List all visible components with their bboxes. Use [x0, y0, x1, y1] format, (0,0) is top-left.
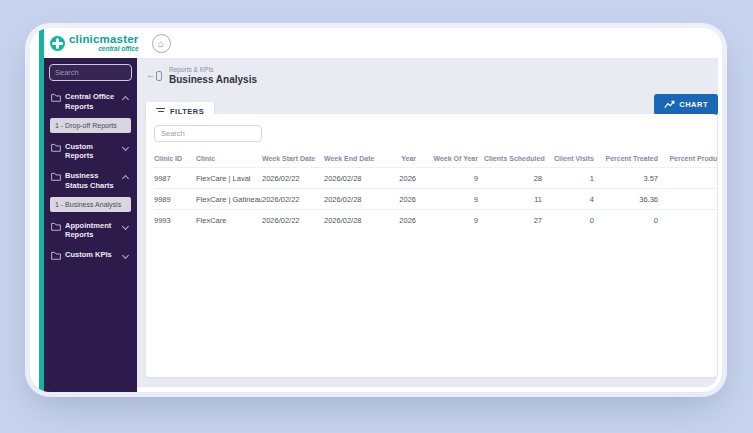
sidebar-search-input[interactable]: [49, 64, 132, 81]
cell-clients-scheduled: 28: [484, 168, 548, 189]
table-search-input[interactable]: [154, 125, 262, 142]
chart-button[interactable]: CHART: [654, 94, 718, 115]
cell-percent-treated: 0: [600, 210, 664, 231]
page-header: ← Reports & KPIs Business Analysis: [146, 66, 718, 85]
column-header-client-visits[interactable]: Client Visits: [548, 150, 600, 168]
sidebar-item-drop-off-reports[interactable]: 1 - Drop-off Reports: [50, 118, 131, 133]
sidebar-item-custom-reports[interactable]: Custom Reports: [49, 137, 132, 167]
cell-clinic-id: 9993: [154, 210, 196, 231]
cell-clients-scheduled: 11: [484, 189, 548, 210]
cell-week-end-date: 2026/02/28: [324, 168, 384, 189]
business-analysis-table: Clinic ID Clinic Week Start Date Week En…: [154, 150, 717, 230]
table-row[interactable]: 9989 FlexCare | Gatineau 2026/02/22 2026…: [154, 189, 717, 210]
home-icon: ⌂: [158, 38, 164, 49]
column-header-percent-production[interactable]: Percent Production: [664, 150, 717, 168]
cell-clinic-id: 9987: [154, 168, 196, 189]
cell-year: 2026: [384, 189, 422, 210]
table-row[interactable]: 9993 FlexCare 2026/02/22 2026/02/28 2026…: [154, 210, 717, 231]
page-title: Business Analysis: [169, 74, 257, 85]
table-row[interactable]: 9987 FlexCare | Laval 2026/02/22 2026/02…: [154, 168, 717, 189]
collapse-sidebar-icon[interactable]: ←: [146, 71, 162, 81]
breadcrumb: Reports & KPIs: [169, 66, 257, 73]
cell-week-of-year: 9: [422, 168, 484, 189]
chevron-down-icon: [122, 252, 129, 259]
sidebar-item-business-status-charts[interactable]: Business Status Charts: [49, 166, 132, 196]
table-header-row: Clinic ID Clinic Week Start Date Week En…: [154, 150, 717, 168]
folder-icon: [51, 251, 61, 260]
cell-week-start-date: 2026/02/22: [262, 210, 324, 231]
folder-icon: [51, 143, 61, 152]
cell-client-visits: 4: [548, 189, 600, 210]
cell-clinic-id: 9989: [154, 189, 196, 210]
brand-name: clinicmaster: [69, 34, 139, 46]
column-header-clinic-id[interactable]: Clinic ID: [154, 150, 196, 168]
chart-button-label: CHART: [679, 100, 708, 109]
folder-icon: [51, 172, 61, 181]
sidebar-item-label: Central Office Reports: [65, 92, 119, 112]
cell-clinic: FlexCare | Gatineau: [196, 189, 262, 210]
cell-clinic: FlexCare: [196, 210, 262, 231]
cell-percent-treated: 36.36: [600, 189, 664, 210]
cell-year: 2026: [384, 168, 422, 189]
column-header-week-end-date[interactable]: Week End Date: [324, 150, 384, 168]
main-content: ← Reports & KPIs Business Analysis FILTE…: [137, 58, 718, 387]
cell-week-of-year: 9: [422, 189, 484, 210]
sidebar-item-business-analysis[interactable]: 1 - Business Analysis: [50, 197, 131, 212]
sidebar-item-label: Custom KPIs: [65, 250, 119, 260]
toolbar: FILTERS CHART: [146, 95, 709, 115]
column-header-clients-scheduled[interactable]: Clients Scheduled: [484, 150, 548, 168]
cell-week-end-date: 2026/02/28: [324, 210, 384, 231]
cell-week-start-date: 2026/02/22: [262, 189, 324, 210]
cell-percent-production: [664, 168, 717, 189]
cell-week-of-year: 9: [422, 210, 484, 231]
column-header-week-start-date[interactable]: Week Start Date: [262, 150, 324, 168]
column-header-clinic[interactable]: Clinic: [196, 150, 262, 168]
sidebar: Central Office Reports 1 - Drop-off Repo…: [44, 58, 137, 392]
sidebar-item-central-office-reports[interactable]: Central Office Reports: [49, 87, 132, 117]
sidebar-item-appointment-reports[interactable]: Appointment Reports: [49, 216, 132, 246]
cell-week-start-date: 2026/02/22: [262, 168, 324, 189]
topbar: clinicmaster central office ⌂: [44, 28, 722, 58]
cell-clients-scheduled: 27: [484, 210, 548, 231]
column-header-week-of-year[interactable]: Week Of Year: [422, 150, 484, 168]
sidebar-item-custom-kpis[interactable]: Custom KPIs: [49, 245, 132, 265]
chart-line-icon: [664, 100, 675, 109]
cell-week-end-date: 2026/02/28: [324, 189, 384, 210]
home-button[interactable]: ⌂: [152, 34, 171, 53]
chevron-down-icon: [122, 222, 129, 229]
cell-percent-production: [664, 189, 717, 210]
cell-client-visits: 1: [548, 168, 600, 189]
column-header-percent-treated[interactable]: Percent Treated: [600, 150, 664, 168]
brand-subtitle: central office: [69, 46, 139, 53]
sidebar-item-label: Appointment Reports: [65, 221, 119, 241]
chevron-up-icon: [122, 175, 129, 182]
report-table-card: Clinic ID Clinic Week Start Date Week En…: [146, 114, 717, 377]
chevron-down-icon: [122, 143, 129, 150]
cell-percent-treated: 3.57: [600, 168, 664, 189]
chevron-up-icon: [122, 96, 129, 103]
cell-year: 2026: [384, 210, 422, 231]
column-header-year[interactable]: Year: [384, 150, 422, 168]
app-logo: clinicmaster central office: [50, 34, 139, 53]
cell-clinic: FlexCare | Laval: [196, 168, 262, 189]
sidebar-item-label: Business Status Charts: [65, 171, 119, 191]
clinicmaster-logo-icon: [50, 36, 65, 51]
app-window: clinicmaster central office ⌂ Central Of…: [30, 28, 722, 392]
folder-icon: [51, 222, 61, 231]
folder-icon: [51, 93, 61, 102]
sidebar-item-label: Custom Reports: [65, 142, 119, 162]
cell-percent-production: [664, 210, 717, 231]
cell-client-visits: 0: [548, 210, 600, 231]
